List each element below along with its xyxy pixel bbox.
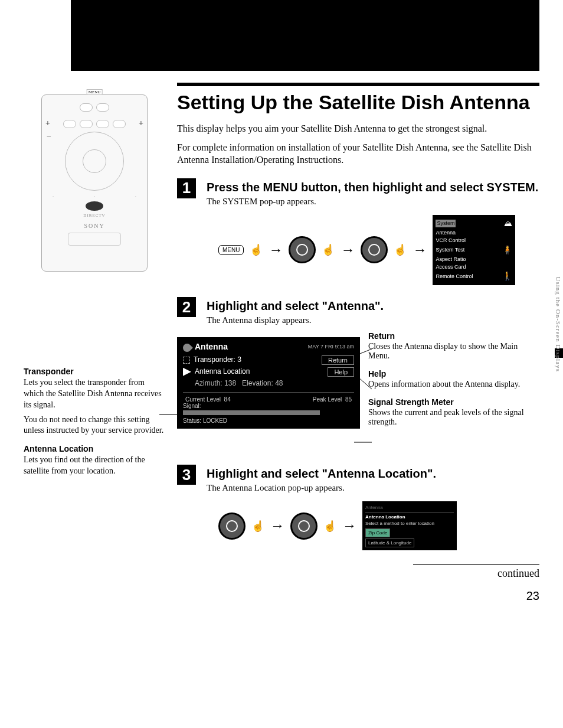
step-2-subtitle: The Antenna display appears. [207, 315, 539, 325]
step-3-subtitle: The Antenna Location pop-up appears. [207, 483, 539, 493]
osd-title: Antenna [195, 342, 228, 351]
arrow-icon: → [413, 242, 427, 258]
callout-help-body: Opens information about the Antenna disp… [368, 380, 539, 389]
callout-meter-title: Signal Strength Meter [368, 397, 539, 407]
antenna-osd-screen: Antenna MAY 7 FRI 9:13 am Transponder: 3… [177, 337, 360, 429]
press-icon: ☝ [394, 243, 407, 256]
remote-illustration: MENU ++− ◦◦◦ DIRECTV SONY [41, 94, 148, 272]
current-level-value: 84 [224, 396, 231, 403]
arrow-icon: → [341, 242, 355, 258]
person-icon: ⛰ [504, 218, 512, 230]
status-value: LOCKED [203, 417, 227, 424]
callout-meter-body: Shows the current and peak levels of the… [368, 408, 539, 427]
intro-paragraph-1: This display helps you aim your Satellit… [177, 122, 539, 135]
callout-return-body: Closes the Antenna display to show the M… [368, 342, 539, 361]
intro-paragraph-2: For complete information on installation… [177, 141, 539, 167]
press-icon: ☝ [322, 243, 335, 256]
leaf-icon [181, 342, 193, 354]
callouts-right: Return Closes the Antenna display to sho… [368, 331, 539, 435]
person-icon: 🚶 [502, 270, 512, 282]
field-icon [183, 357, 190, 364]
joystick-icon [289, 236, 316, 263]
arrow-icon: → [269, 242, 283, 258]
def-antloc-body: Lets you find out the direction of the s… [24, 455, 165, 477]
step-2-number: 2 [177, 297, 196, 317]
step-3: 3 Highlight and select "Antenna Location… [177, 465, 539, 550]
popup-item: Remote Control [436, 273, 473, 280]
page-title: Setting Up the Satellite Dish Antenna [177, 91, 539, 114]
arrow-icon: → [270, 518, 284, 534]
step-1-title: Press the MENU button, then highlight an… [207, 181, 539, 194]
peak-level-label: Peak Level [313, 396, 342, 403]
sidebar-definitions: Transponder Lets you select the transpon… [24, 366, 165, 477]
step-2-title: Highlight and select "Antenna". [207, 299, 539, 313]
remote-menu-label: MENU [87, 89, 103, 95]
person-icon: 🧍 [502, 244, 512, 256]
callout-help-title: Help [368, 369, 539, 378]
popup-section: Antenna Location [365, 514, 454, 520]
arrow-icon: → [342, 518, 356, 534]
title-rule [177, 83, 539, 86]
elevation-value: 48 [275, 379, 283, 387]
remote-directv-label: DIRECTV [48, 213, 141, 218]
def-transponder-body2: You do not need to change this setting u… [24, 414, 165, 437]
popup-item: Aspect Ratio [436, 256, 466, 263]
step-1-flow: MENU ☝ → ☝ → ☝ → System⛰ Antenna VCR Con… [218, 215, 539, 285]
popup-item: Antenna [436, 229, 456, 237]
page-number: 23 [177, 589, 539, 603]
step-1-number: 1 [177, 178, 196, 198]
popup-item: VCR Control [436, 237, 466, 244]
status-label: Status: [183, 417, 201, 424]
transponder-value: 3 [237, 355, 241, 364]
azimuth-value: 138 [224, 379, 236, 387]
press-icon: ☝ [250, 243, 263, 256]
current-level-label: Current Level [185, 396, 221, 403]
press-icon: ☝ [251, 520, 264, 533]
transponder-label: Transponder: [194, 355, 235, 364]
continued-row: continued [413, 564, 539, 580]
def-transponder-body1: Lets you select the transponder from whi… [24, 377, 165, 411]
popup-item: System Test [436, 246, 464, 254]
system-popup: System⛰ Antenna VCR Control System Test🧍… [433, 215, 515, 285]
step-3-flow: ☝ → ☝ → Antenna Antenna Location Select … [218, 501, 539, 550]
continued-label: continued [497, 567, 539, 580]
menu-button-icon: MENU [218, 245, 244, 255]
signal-strength-meter [183, 410, 354, 415]
joystick-press-icon [290, 512, 317, 540]
popup-option-zip[interactable]: Zip Code [365, 528, 390, 537]
popup-header: Antenna [365, 504, 454, 511]
def-transponder-title: Transponder [24, 366, 165, 377]
remote-brand: SONY [48, 223, 141, 229]
popup-title: System [436, 220, 456, 227]
cursor-icon [183, 368, 191, 376]
side-section-label: Using the On-Screen Displays [555, 276, 562, 372]
callout-return-title: Return [368, 331, 539, 341]
header-black-bar [71, 0, 539, 71]
antenna-location-popup: Antenna Antenna Location Select a method… [362, 501, 457, 550]
press-icon: ☝ [323, 520, 336, 533]
help-button[interactable]: Help [328, 367, 354, 377]
step-3-number: 3 [177, 465, 196, 485]
step-1-subtitle: The SYSTEM pop-up appears. [207, 197, 539, 207]
joystick-icon [218, 512, 246, 540]
peak-level-value: 85 [345, 396, 352, 403]
signal-label: Signal: [183, 403, 201, 409]
def-antloc-title: Antenna Location [24, 443, 165, 455]
osd-datetime: MAY 7 FRI 9:13 am [308, 344, 354, 350]
step-3-title: Highlight and select "Antenna Location". [207, 467, 539, 481]
azimuth-label: Azimuth: [195, 379, 222, 387]
antenna-location-label: Antenna Location [195, 367, 250, 376]
popup-item: Access Card [436, 263, 466, 271]
step-2: 2 Highlight and select "Antenna". The An… [177, 297, 539, 331]
step-1: 1 Press the MENU button, then highlight … [177, 178, 539, 285]
elevation-label: Elevation: [242, 379, 273, 387]
joystick-press-icon [361, 236, 388, 263]
popup-option-latlong[interactable]: Latitude & Longitude [365, 538, 414, 547]
popup-prompt: Select a method to enter location [365, 520, 454, 527]
return-button[interactable]: Return [322, 355, 354, 365]
